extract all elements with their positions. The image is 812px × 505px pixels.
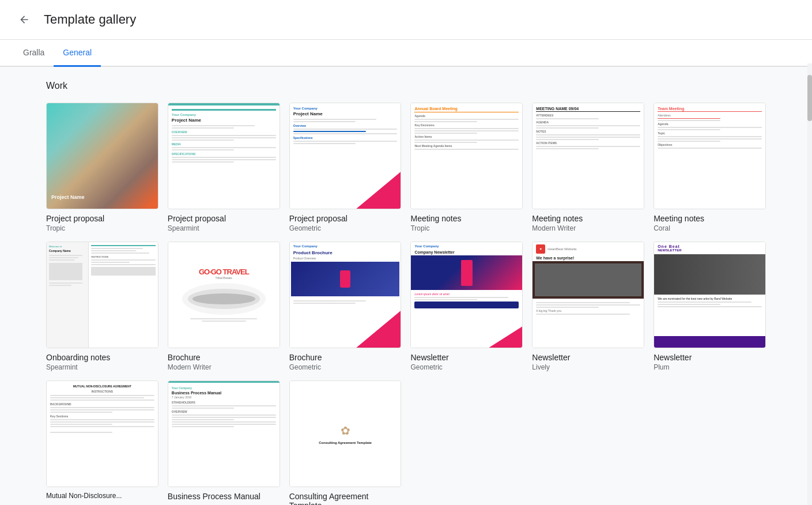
template-name: Meeting notes — [532, 214, 644, 223]
template-thumb-newsletter-plum: One Beat NEWSLETTER We are nominated for… — [654, 242, 766, 348]
template-onboarding-spearmint[interactable]: Welcome to Company Name — [46, 242, 158, 371]
template-thumb-consulting: ✿ Consulting Agreement Template — [289, 380, 402, 487]
template-name: Project proposal — [168, 214, 280, 223]
template-newsletter-plum[interactable]: One Beat NEWSLETTER We are nominated for… — [654, 242, 766, 371]
template-name: Meeting notes — [654, 214, 766, 223]
template-sub: Geometric — [410, 363, 523, 371]
scrollbar-thumb — [807, 75, 812, 121]
template-thumb-meeting-modern: MEETING NAME 09/04 ATTENDEES AGENDA NOTE… — [532, 103, 644, 209]
template-meeting-notes-coral[interactable]: Team Meeting Attendees Agenda Topic Obje… — [654, 103, 766, 232]
template-name: Business Process Manual — [168, 492, 280, 501]
template-newsletter-geo[interactable]: Your Company Company Newsletter Lorem ip… — [410, 242, 523, 371]
template-gallery-grid: Project Name Project proposal Tropic You… — [46, 103, 766, 505]
template-name: Newsletter — [654, 353, 766, 362]
page-title: Template gallery — [44, 12, 136, 27]
template-sub: Plum — [654, 363, 766, 371]
template-project-proposal-tropic[interactable]: Project Name Project proposal Tropic — [46, 103, 158, 232]
header: Template gallery — [0, 0, 812, 40]
template-meeting-notes-tropic[interactable]: Annual Board Meeting Agenda Key Decision… — [410, 103, 523, 232]
template-bpm[interactable]: Your Company Business Process Manual 7 J… — [168, 380, 280, 505]
template-sub: Tropic — [46, 224, 158, 232]
tab-general[interactable]: General — [54, 40, 101, 67]
template-thumb-meeting-coral: Team Meeting Attendees Agenda Topic Obje… — [654, 103, 766, 209]
template-brochure-geometric[interactable]: Your Company Product Brochure Product Ov… — [289, 242, 402, 371]
template-name: Consulting Agreement Template — [289, 492, 402, 505]
template-name: Onboarding notes — [46, 353, 158, 362]
template-sub: Lively — [532, 363, 644, 371]
template-newsletter-lively[interactable]: ♥ HeartBeat Website We have a surprise! … — [532, 242, 644, 371]
template-thumb-newsletter-geo: Your Company Company Newsletter Lorem ip… — [410, 242, 523, 348]
template-sub: Spearmint — [46, 363, 158, 371]
template-sub: Modern Writer — [532, 224, 644, 232]
template-name: Newsletter — [532, 353, 644, 362]
content-area: Work Project Name Project proposal Tropi… — [0, 67, 812, 505]
template-sub: Modern Writer — [168, 363, 280, 371]
template-thumb-spearmint: Your Company Project Name OVERVIEW MEDIA… — [168, 103, 280, 209]
scrollbar[interactable] — [807, 63, 812, 505]
template-thumb-onboarding: Welcome to Company Name — [46, 242, 158, 348]
template-nda[interactable]: MUTUAL NON-DISCLOSURE AGREEMENT INSTRUCT… — [46, 380, 158, 505]
template-consulting[interactable]: ✿ Consulting Agreement Template Consulti… — [289, 380, 402, 505]
template-name: Mutual Non-Disclosure... — [46, 492, 158, 500]
template-name: Brochure — [168, 353, 280, 362]
template-sub: Tropic — [410, 224, 523, 232]
template-sub: Geometric — [289, 224, 402, 232]
back-button[interactable] — [14, 9, 35, 30]
template-thumb-meeting-tropic: Annual Board Meeting Agenda Key Decision… — [410, 103, 523, 209]
template-project-proposal-spearmint[interactable]: Your Company Project Name OVERVIEW MEDIA… — [168, 103, 280, 232]
template-brochure-mw[interactable]: GO·GO TRAVEL Tribal Breaks Brochure Mode… — [168, 242, 280, 371]
template-thumb-newsletter-lively: ♥ HeartBeat Website We have a surprise! … — [532, 242, 644, 348]
template-sub: Coral — [654, 224, 766, 232]
template-name: Project proposal — [46, 214, 158, 223]
template-thumb-bpm: Your Company Business Process Manual 7 J… — [168, 380, 280, 487]
template-project-proposal-geometric[interactable]: Your Company Project Name Overview Speci… — [289, 103, 402, 232]
template-thumb-geometric: Your Company Project Name Overview Speci… — [289, 103, 402, 209]
template-thumb-brochure-mw: GO·GO TRAVEL Tribal Breaks — [168, 242, 280, 348]
template-thumb-brochure-geo: Your Company Product Brochure Product Ov… — [289, 242, 402, 348]
template-thumb-tropic: Project Name — [46, 103, 158, 209]
template-name: Newsletter — [410, 353, 523, 362]
template-thumb-nda: MUTUAL NON-DISCLOSURE AGREEMENT INSTRUCT… — [46, 380, 158, 487]
template-sub: Spearmint — [168, 224, 280, 232]
template-name: Meeting notes — [410, 214, 523, 223]
template-name: Project proposal — [289, 214, 402, 223]
template-name: Brochure — [289, 353, 402, 362]
tabs-bar: Gralla General — [0, 40, 812, 67]
template-meeting-notes-modern[interactable]: MEETING NAME 09/04 ATTENDEES AGENDA NOTE… — [532, 103, 644, 232]
tab-gralla[interactable]: Gralla — [14, 40, 54, 67]
section-title-work: Work — [46, 81, 766, 91]
template-sub: Geometric — [289, 363, 402, 371]
